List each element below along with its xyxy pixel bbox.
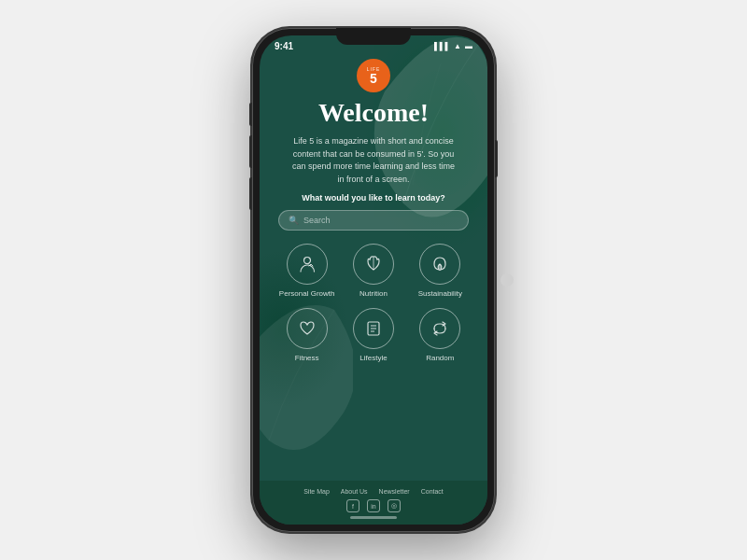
status-time: 9:41 [275, 41, 293, 51]
category-nutrition[interactable]: Nutrition [345, 244, 402, 299]
signal-icon: ▌▌▌ [434, 42, 450, 50]
linkedin-icon[interactable]: in [367, 499, 380, 512]
category-sustainability[interactable]: Sustainability [412, 244, 469, 299]
svg-point-0 [303, 258, 310, 264]
sustainability-label: Sustainability [418, 289, 462, 299]
personal-growth-icon [287, 244, 328, 285]
search-icon: 🔍 [289, 216, 299, 225]
nutrition-icon [353, 244, 394, 285]
nutrition-label: Nutrition [359, 289, 388, 299]
phone-screen: 9:41 ▌▌▌ ▲ ▬ LIFE 5 Welcome! Life 5 is a… [260, 35, 487, 525]
status-icons: ▌▌▌ ▲ ▬ [434, 42, 472, 50]
instagram-icon[interactable]: ◎ [388, 499, 401, 512]
random-icon [419, 308, 460, 349]
side-button-left-3 [249, 177, 252, 210]
scroll-indicator [500, 273, 514, 287]
search-placeholder-text: Search [303, 216, 331, 225]
footer-newsletter[interactable]: Newsletter [379, 488, 410, 495]
category-grid: Personal Growth Nutrition [278, 244, 469, 364]
category-fitness[interactable]: Fitness [278, 308, 335, 363]
category-random[interactable]: Random [412, 308, 469, 363]
learn-question: What would you like to learn today? [302, 193, 445, 203]
facebook-icon[interactable]: f [346, 499, 359, 512]
app-logo: LIFE 5 [357, 59, 390, 92]
phone-notch [336, 28, 411, 45]
footer-sitemap[interactable]: Site Map [303, 488, 330, 495]
battery-icon: ▬ [465, 42, 472, 50]
personal-growth-label: Personal Growth [279, 289, 335, 299]
fitness-icon [287, 308, 328, 349]
welcome-title: Welcome! [318, 98, 429, 128]
lifestyle-label: Lifestyle [359, 354, 387, 363]
footer-links: Site Map About Us Newsletter Contact [269, 488, 478, 495]
welcome-description: Life 5 is a magazine with short and conc… [289, 135, 458, 186]
fitness-label: Fitness [295, 354, 319, 363]
logo-inner: LIFE 5 [367, 66, 381, 85]
category-personal-growth[interactable]: Personal Growth [278, 244, 335, 299]
side-button-right [495, 140, 498, 177]
logo-number: 5 [370, 72, 377, 85]
footer: Site Map About Us Newsletter Contact f i… [260, 481, 487, 525]
sustainability-icon [419, 244, 460, 285]
footer-social: f in ◎ [269, 499, 478, 512]
search-box[interactable]: 🔍 Search [278, 210, 469, 231]
main-content: LIFE 5 Welcome! Life 5 is a magazine wit… [260, 53, 487, 481]
random-label: Random [426, 354, 454, 363]
lifestyle-icon [353, 308, 394, 349]
side-button-left-2 [249, 135, 252, 168]
category-lifestyle[interactable]: Lifestyle [345, 308, 402, 363]
wifi-icon: ▲ [454, 42, 461, 50]
home-indicator [350, 516, 397, 519]
phone-frame: 9:41 ▌▌▌ ▲ ▬ LIFE 5 Welcome! Life 5 is a… [252, 28, 495, 532]
footer-contact[interactable]: Contact [421, 488, 444, 495]
footer-about[interactable]: About Us [341, 488, 368, 495]
side-button-left-1 [249, 103, 252, 126]
